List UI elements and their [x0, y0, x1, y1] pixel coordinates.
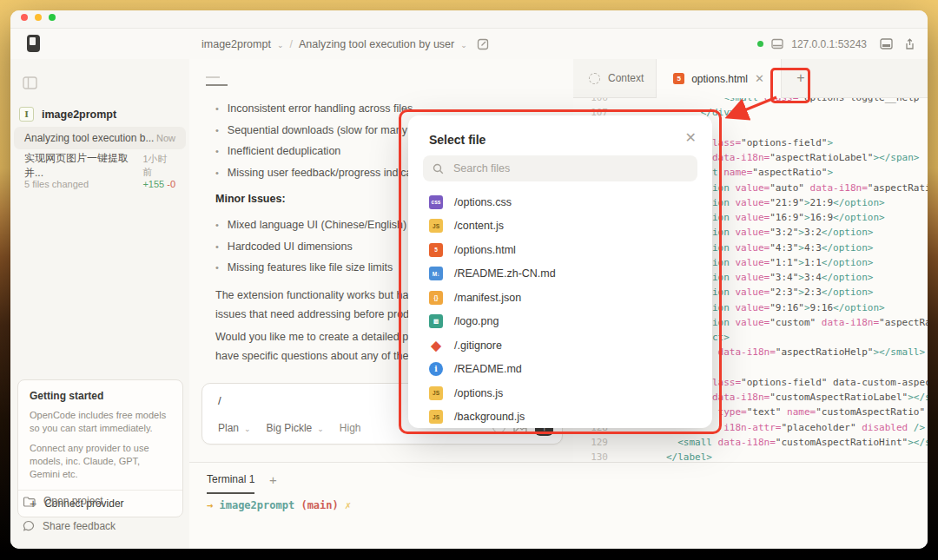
context-circle-icon: [589, 73, 600, 84]
prompt-branch: (main): [301, 499, 338, 511]
prompt-arrow: →: [207, 499, 213, 511]
model-selector[interactable]: Big Pickle: [267, 422, 313, 434]
collapse-indicator-icon[interactable]: [206, 84, 228, 86]
share-export-icon[interactable]: [904, 38, 915, 50]
file-list-item[interactable]: css/options.css: [429, 190, 690, 214]
info-file-icon: i: [429, 362, 443, 376]
terminal-panel: Terminal 1 + → image2prompt (main) ✗: [189, 462, 928, 549]
prompt-tail: ✗: [345, 499, 351, 511]
open-project-button[interactable]: Open project: [23, 495, 103, 507]
server-address[interactable]: 127.0.0.1:53243: [791, 38, 867, 50]
new-tab-button[interactable]: +: [782, 59, 820, 97]
code-line: 129 <small data-i18n="customAspectRatioH…: [573, 435, 928, 450]
css-file-icon: css: [429, 195, 443, 209]
file-list-item[interactable]: JS/background.js: [429, 405, 690, 430]
image-file-icon: ▨: [429, 314, 443, 328]
close-modal-icon[interactable]: ✕: [685, 129, 697, 146]
prompt-directory: image2prompt: [219, 499, 294, 511]
sidebar: I image2prompt Analyzing tool execution …: [10, 59, 190, 549]
new-terminal-button[interactable]: +: [269, 472, 277, 487]
search-icon: [433, 163, 444, 175]
folder-icon: [23, 496, 36, 507]
code-line: 130 </label>: [573, 450, 928, 462]
mode-selector[interactable]: Plan: [218, 422, 239, 434]
session-item[interactable]: Analyzing tool execution b...Now: [14, 127, 186, 149]
file-list-item[interactable]: M↓/README.zh-CN.md: [429, 262, 690, 287]
terminal-tab[interactable]: Terminal 1: [207, 473, 254, 494]
tab-context[interactable]: Context: [589, 59, 644, 97]
chevron-down-icon: ⌄: [317, 425, 324, 433]
tab-file-label: options.html: [691, 73, 748, 85]
collapse-indicator-icon[interactable]: [206, 76, 220, 78]
breadcrumb-separator: /: [289, 38, 292, 50]
modal-title: Select file: [429, 133, 486, 147]
file-list-item[interactable]: i/README.md: [429, 358, 690, 382]
share-feedback-label: Share feedback: [43, 520, 116, 532]
close-window-button[interactable]: [21, 14, 28, 21]
app-window: image2prompt ⌄ / Analyzing tool executio…: [10, 10, 928, 549]
breadcrumb-session[interactable]: Analyzing tool execution by user: [299, 38, 454, 50]
js-file-icon: JS: [429, 386, 443, 400]
tab-options-html[interactable]: 5 options.html ✕: [656, 59, 782, 98]
json-file-icon: {}: [429, 291, 443, 305]
new-session-icon[interactable]: [477, 38, 489, 50]
session-item[interactable]: 实现网页图片一键提取并...1小时前5 files changed+155 -0: [14, 155, 186, 191]
file-name: /manifest.json: [454, 292, 521, 304]
minor-issues-heading: Minor Issues:: [215, 193, 286, 205]
header-row: image2prompt ⌄ / Analyzing tool executio…: [10, 29, 928, 60]
markdown-file-icon: M↓: [429, 267, 443, 280]
minimize-window-button[interactable]: [35, 14, 42, 21]
getting-started-text-2: Connect any provider to use models, inc.…: [30, 442, 171, 481]
file-name: /README.md: [454, 363, 522, 375]
server-status: 127.0.0.1:53243: [757, 29, 915, 59]
server-online-dot: [757, 41, 763, 47]
breadcrumb-project[interactable]: image2prompt: [201, 38, 271, 50]
file-list-item[interactable]: JS/options.js: [429, 381, 690, 405]
file-search-box[interactable]: [423, 155, 697, 181]
chevron-down-icon: ⌄: [277, 41, 284, 49]
chevron-down-icon: ⌄: [244, 425, 251, 433]
js-file-icon: JS: [429, 410, 443, 424]
terminal-prompt: → image2prompt (main) ✗: [207, 499, 351, 511]
getting-started-title: Getting started: [30, 390, 171, 402]
file-list-item[interactable]: ◆/.gitignore: [429, 333, 690, 358]
editor-tabbar: Context 5 options.html ✕ +: [573, 59, 928, 98]
file-search-input[interactable]: [452, 161, 672, 175]
file-list: css/options.cssJS/content.js5/options.ht…: [429, 190, 690, 429]
titlebar: [10, 10, 928, 29]
open-project-label: Open project: [43, 495, 103, 507]
file-name: /.gitignore: [454, 339, 502, 352]
file-name: /logo.png: [454, 315, 499, 327]
select-file-modal: Select file ✕ css/options.cssJS/content.…: [408, 115, 712, 428]
effort-selector[interactable]: High: [340, 422, 361, 434]
panel-layout-icon[interactable]: [880, 38, 893, 49]
speech-bubble-icon: [23, 520, 35, 532]
share-feedback-button[interactable]: Share feedback: [23, 520, 116, 532]
js-file-icon: JS: [429, 219, 443, 233]
html-file-icon: 5: [429, 243, 443, 257]
file-name: /options.html: [454, 244, 516, 256]
file-name: /README.zh-CN.md: [454, 267, 556, 280]
file-list-item[interactable]: 5/options.html: [429, 238, 690, 262]
browser-window-icon: [771, 38, 783, 49]
sidebar-toggle-icon[interactable]: [23, 76, 37, 89]
zoom-window-button[interactable]: [49, 14, 56, 21]
project-badge-icon: I: [19, 107, 34, 122]
file-name: /options.js: [454, 387, 503, 399]
chevron-down-icon: ⌄: [460, 41, 467, 49]
assistant-paragraph: The extension functionality works but ha…: [215, 287, 434, 324]
git-file-icon: ◆: [429, 339, 443, 352]
file-list-item[interactable]: JS/content.js: [429, 214, 690, 239]
tab-context-label: Context: [608, 72, 644, 84]
close-tab-icon[interactable]: ✕: [755, 72, 764, 85]
getting-started-text-1: OpenCode includes free models so you can…: [30, 409, 171, 435]
html-file-icon: 5: [673, 73, 684, 84]
file-list-item[interactable]: {}/manifest.json: [429, 286, 690, 310]
opencode-logo-icon: [27, 35, 40, 52]
file-list-item[interactable]: ▨/logo.png: [429, 310, 690, 334]
project-header[interactable]: I image2prompt: [19, 107, 116, 122]
composer-input[interactable]: /: [218, 394, 221, 407]
breadcrumb: image2prompt ⌄ / Analyzing tool executio…: [201, 29, 489, 59]
file-name: /options.css: [454, 196, 512, 208]
file-name: /content.js: [454, 220, 504, 232]
